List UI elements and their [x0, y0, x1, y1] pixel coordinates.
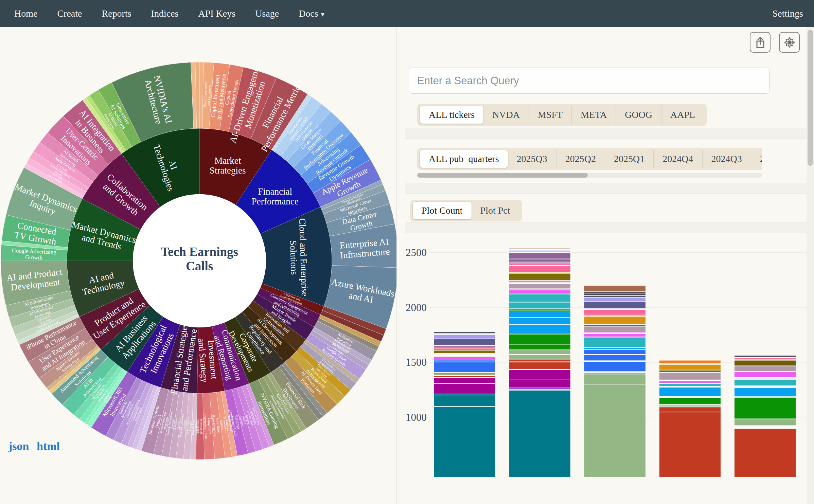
bar-segment[interactable] — [735, 426, 796, 426]
ticker-meta[interactable]: META — [571, 106, 616, 124]
ticker-nvda[interactable]: NVDA — [483, 106, 529, 124]
bar-segment[interactable] — [509, 284, 570, 289]
bar-segment[interactable] — [659, 379, 721, 380]
bar-segment[interactable] — [434, 360, 495, 361]
plot-toggle-plot-pct[interactable]: Plot Pct — [472, 202, 519, 219]
bar-segment[interactable] — [584, 348, 645, 349]
bar-segment[interactable] — [659, 381, 721, 383]
html-download-link[interactable]: html — [37, 440, 60, 453]
bar-segment[interactable] — [584, 292, 645, 293]
bar-segment[interactable] — [434, 350, 495, 353]
bar-segment[interactable] — [735, 387, 796, 387]
bar-segment[interactable] — [659, 364, 721, 364]
ticker-goog[interactable]: GOOG — [616, 106, 661, 124]
bar-segment[interactable] — [509, 281, 570, 282]
plot-toggle-plot-count[interactable]: Plot Count — [413, 202, 472, 219]
bar-segment[interactable] — [584, 317, 645, 324]
sunburst-chart[interactable]: MarketStrategiesFinancialPerformanceClou… — [0, 27, 396, 504]
bar-segment[interactable] — [735, 419, 796, 425]
bar-segment[interactable] — [509, 264, 570, 265]
bar-segment[interactable] — [659, 387, 721, 387]
bar-segment[interactable] — [434, 362, 495, 372]
bar-segment[interactable] — [584, 372, 645, 372]
bar-segment[interactable] — [659, 397, 721, 397]
bar-segment[interactable] — [434, 348, 495, 350]
bar-segment[interactable] — [434, 373, 495, 374]
bar-segment[interactable] — [735, 360, 796, 360]
bar-segment[interactable] — [509, 361, 570, 362]
bar-segment[interactable] — [659, 398, 721, 404]
bar-segment[interactable] — [509, 266, 570, 272]
bar-segment[interactable] — [509, 362, 570, 369]
ticker-all-tickers[interactable]: ALL tickers — [420, 106, 483, 124]
bar-segment[interactable] — [584, 296, 645, 297]
bar-segment[interactable] — [434, 378, 495, 383]
bar-segment[interactable] — [509, 350, 570, 354]
quarter-2025q2[interactable]: 2025Q2 — [556, 150, 605, 168]
bar-segment[interactable] — [659, 361, 721, 363]
nav-item-settings[interactable]: Settings — [773, 8, 803, 19]
bar-segment[interactable] — [584, 374, 645, 375]
bar-segment[interactable] — [434, 334, 495, 334]
bar-segment[interactable] — [509, 294, 570, 302]
ticker-aapl[interactable]: AAPL — [661, 106, 704, 124]
bar-segment[interactable] — [735, 378, 796, 378]
bar-segment[interactable] — [584, 350, 645, 355]
bar-segment[interactable] — [434, 374, 495, 375]
bar-segment[interactable] — [584, 285, 645, 286]
bar-segment[interactable] — [509, 251, 570, 252]
bar-segment[interactable] — [509, 283, 570, 283]
bar-segment[interactable] — [434, 356, 495, 356]
bar-segment[interactable] — [584, 332, 645, 333]
bar-segment[interactable] — [735, 358, 796, 359]
bar-segment[interactable] — [735, 372, 796, 377]
bar-segment[interactable] — [509, 274, 570, 280]
bar-segment[interactable] — [584, 384, 645, 477]
bar-segment[interactable] — [434, 332, 495, 333]
share-button[interactable] — [750, 32, 771, 53]
bar-segment[interactable] — [434, 339, 495, 345]
bar-segment[interactable] — [509, 391, 570, 477]
bar-segment[interactable] — [659, 365, 721, 370]
nav-item-reports[interactable]: Reports — [102, 8, 131, 19]
bar-segment[interactable] — [659, 412, 721, 477]
bar-segment[interactable] — [735, 379, 796, 379]
bar-segment[interactable] — [509, 370, 570, 379]
bar-segment[interactable] — [735, 428, 796, 428]
bar-segment[interactable] — [735, 366, 796, 371]
quarter-2025q1[interactable]: 2025Q1 — [605, 150, 653, 168]
bar-segment[interactable] — [659, 373, 721, 379]
nav-item-usage[interactable]: Usage — [255, 8, 279, 19]
bar-segment[interactable] — [584, 310, 645, 315]
bar-segment[interactable] — [434, 355, 495, 355]
bar-segment[interactable] — [509, 259, 570, 262]
bar-segment[interactable] — [735, 380, 796, 385]
bar-segment[interactable] — [509, 309, 570, 310]
bar-segment[interactable] — [584, 361, 645, 361]
bar-segment[interactable] — [584, 325, 645, 326]
page-scrollbar-thumb[interactable] — [808, 30, 813, 166]
nav-item-create[interactable]: Create — [57, 8, 82, 19]
bar-segment[interactable] — [509, 253, 570, 259]
bar-segment[interactable] — [735, 388, 796, 396]
bar-segment[interactable] — [584, 355, 645, 360]
bar-segment[interactable] — [509, 250, 570, 250]
bar-segment[interactable] — [509, 273, 570, 273]
bar-segment[interactable] — [509, 388, 570, 389]
bar-segment[interactable] — [434, 346, 495, 348]
bar-segment[interactable] — [584, 334, 645, 337]
bar-segment[interactable] — [735, 397, 796, 397]
bar-segment[interactable] — [659, 384, 721, 386]
bar-segment[interactable] — [434, 396, 495, 406]
bar-segment[interactable] — [584, 293, 645, 295]
bar-segment[interactable] — [584, 308, 645, 309]
nav-item-docs[interactable]: Docs▾ — [299, 8, 324, 19]
bar-segment[interactable] — [584, 302, 645, 308]
bar-segment[interactable] — [584, 326, 645, 332]
bar-segment[interactable] — [509, 303, 570, 309]
bar-segment[interactable] — [584, 375, 645, 384]
bar-segment[interactable] — [434, 407, 495, 477]
quarter-2025q3[interactable]: 2025Q3 — [508, 150, 556, 168]
bar-segment[interactable] — [584, 298, 645, 301]
bar-segment[interactable] — [584, 373, 645, 374]
